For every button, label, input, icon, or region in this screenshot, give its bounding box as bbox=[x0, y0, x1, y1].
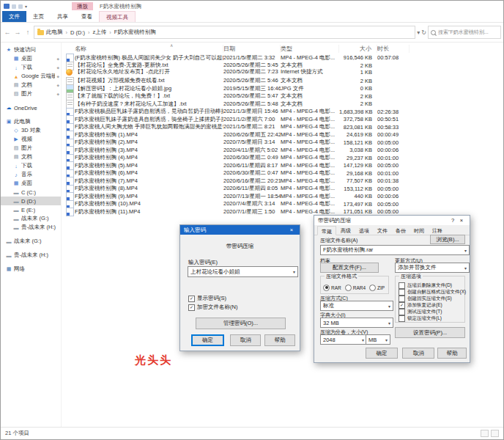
sidebar-item[interactable]: ▶视频 bbox=[1, 135, 61, 144]
file-row[interactable]: F奶水蜜桃极品巨乳妹子露奶自慰诱惑，晃动白皙奶子扭动棒抽插骚穴...2021/1… bbox=[62, 107, 503, 115]
dictionary-combo[interactable]: 32 MB ▾ bbox=[320, 318, 393, 328]
ribbon-tab-5[interactable]: 视频工具 bbox=[99, 11, 136, 22]
archive-tab-高级[interactable]: 高级 bbox=[337, 226, 355, 235]
column-header-size[interactable]: 大小 bbox=[339, 45, 377, 53]
manage-passwords-button[interactable]: 管理密码(O)... bbox=[196, 318, 286, 329]
ok-button[interactable]: 确定 bbox=[366, 348, 398, 359]
sort-ascending-icon[interactable]: ∧ bbox=[170, 43, 173, 48]
update-mode-combo[interactable]: 添加并替换文件 ▾ bbox=[395, 263, 470, 273]
cancel-button[interactable]: 取消 bbox=[402, 348, 434, 359]
breadcrumb-segment[interactable]: D (D:) bbox=[70, 29, 85, 36]
volume-unit-combo[interactable]: MB ▾ bbox=[366, 334, 390, 345]
file-row[interactable]: F奶水蜜桃特别胸 (5).MP42020/6/11/星期四 8:17MP4 - … bbox=[62, 161, 503, 169]
sidebar-item[interactable]: ♪音乐 bbox=[1, 170, 61, 179]
sidebar-item[interactable]: ★快速访问 bbox=[1, 45, 61, 54]
sidebar-item[interactable]: ▬贵-战未来 (H:) bbox=[1, 223, 61, 232]
qat-button-1[interactable] bbox=[12, 4, 16, 9]
sidebar-item[interactable]: ▬C (C:) bbox=[1, 188, 61, 197]
archive-tab-时间[interactable]: 时间 bbox=[410, 226, 428, 235]
help-button[interactable]: 帮助 bbox=[264, 334, 295, 346]
breadcrumb-segment[interactable]: F奶水蜜桃特别胸 bbox=[114, 29, 156, 36]
ribbon-tab-4[interactable]: 查看 bbox=[75, 11, 99, 22]
sidebar-item[interactable]: ▲Google 云端硬盘◆ bbox=[1, 72, 61, 81]
column-header-type[interactable]: 类型 bbox=[281, 45, 339, 53]
forward-icon[interactable]: → bbox=[13, 29, 22, 36]
up-icon[interactable]: ↑ bbox=[23, 29, 32, 36]
sidebar-item[interactable]: ◇3D 对象 bbox=[1, 126, 61, 135]
archive-name-combo[interactable]: F奶水蜜桃特别胸.rar ▾ bbox=[320, 245, 470, 255]
password-input[interactable]: 上村花论坛看小姐姐 ▾ bbox=[188, 266, 298, 277]
breadcrumb[interactable]: 此电脑›D (D:)›z上传›F奶水蜜桃特别胸 bbox=[34, 26, 415, 39]
file-row[interactable]: 【村花视频】万部视频免费在线看.txt2020/5/26/星期二 5:46文本文… bbox=[62, 76, 503, 84]
view-details-icon[interactable] bbox=[481, 430, 489, 437]
column-header-name[interactable]: 名称 bbox=[75, 45, 223, 53]
help-button[interactable]: 帮助 bbox=[437, 348, 467, 359]
sidebar-item[interactable]: ▬贵-战未来 (H:) bbox=[1, 251, 61, 260]
close-icon[interactable]: × bbox=[287, 227, 296, 233]
column-header-date[interactable]: 日期 bbox=[223, 45, 281, 53]
sidebar-item[interactable]: ☁OneDrive bbox=[1, 103, 61, 112]
cancel-button[interactable]: 取消 bbox=[230, 334, 261, 346]
refresh-icon[interactable]: ↻ bbox=[421, 29, 426, 36]
file-row[interactable]: F奶水蜜桃特别胸 (7).MP42020/6/16/星期二 20:21MP4 -… bbox=[62, 176, 503, 184]
sidebar-item[interactable]: ▬战未来 (G:) bbox=[1, 237, 61, 246]
sidebar-item[interactable]: ▬E (E:) bbox=[1, 205, 61, 214]
file-row[interactable]: F奶水蜜桃人间大胸尤物 手捧巨乳犹如两颗饱满甜美的蜜桃是让人看得...2021/… bbox=[62, 122, 503, 131]
archive-tab-注释[interactable]: 注释 bbox=[429, 226, 446, 235]
ribbon-tab-1[interactable]: 文件 bbox=[2, 11, 26, 22]
password-dialog-titlebar[interactable]: 输入密码 × bbox=[180, 225, 300, 235]
sidebar-item[interactable]: ↓下载◆ bbox=[1, 63, 61, 72]
file-row[interactable]: (F奶水蜜桃特别胸) 极品人间圆润美少女 奶子大到自己可以超自己奶...2021… bbox=[62, 53, 503, 61]
file-row[interactable]: F奶水蜜桃特别胸 (6).MP42020/6/30/星期二 0:47MP4 - … bbox=[62, 169, 503, 177]
file-row[interactable]: F奶水蜜桃特别胸 (10).MP42020/7/4/星期六 3:14MP4 - … bbox=[62, 199, 503, 208]
address-dropdown-icon[interactable]: ▾ bbox=[417, 29, 420, 36]
sidebar-item[interactable]: ▧图片 bbox=[1, 144, 61, 153]
format-radio-RAR[interactable]: RAR bbox=[323, 285, 341, 291]
file-row[interactable]: 【解压密码】：上村花论坛看小姐姐.jpg2019/5/15/星期三 16:46J… bbox=[62, 84, 503, 92]
file-row[interactable]: F奶水蜜桃特别胸 (8).MP42020/6/11/星期四 8:05MP4 - … bbox=[62, 184, 503, 192]
file-row[interactable]: F奶水蜜桃特别胸 (3).MP42020/4/11/星期六 5:02MP4 - … bbox=[62, 145, 503, 153]
sidebar-item[interactable]: ▤文档 bbox=[1, 153, 61, 161]
method-combo[interactable]: 标准 ▾ bbox=[320, 301, 393, 311]
volume-size-combo[interactable]: 2048 ▾ bbox=[320, 334, 367, 345]
sidebar-item[interactable]: ▬战未来 (G:) bbox=[1, 214, 61, 223]
option-checkbox-1[interactable]: 压缩后删除原文件(D) bbox=[399, 282, 463, 289]
view-thumbnails-icon[interactable] bbox=[491, 430, 499, 437]
option-checkbox-5[interactable]: 测试压缩文件(T) bbox=[399, 309, 463, 315]
checkbox-1[interactable]: ✓显示密码(S) bbox=[188, 295, 226, 302]
sidebar-item[interactable]: ↓下载 bbox=[1, 161, 61, 170]
archive-tab-选项[interactable]: 选项 bbox=[355, 226, 373, 235]
breadcrumb-segment[interactable]: 此电脑 bbox=[46, 29, 63, 36]
chevron-down-icon[interactable]: ▾ bbox=[388, 320, 390, 326]
file-row[interactable]: F奶水蜜桃特别胸 (2).MP42020/7/5/星期日 3:14MP4 - M… bbox=[62, 138, 503, 146]
archive-tab-文件[interactable]: 文件 bbox=[374, 226, 391, 235]
sidebar-item[interactable]: ▤文档◆ bbox=[1, 81, 61, 89]
sidebar-item[interactable]: ▣此电脑 bbox=[1, 117, 61, 126]
archive-tab-常规[interactable]: 常规 bbox=[317, 226, 336, 235]
chevron-down-icon[interactable]: ▾ bbox=[362, 337, 364, 342]
format-radio-ZIP[interactable]: ZIP bbox=[369, 285, 385, 291]
qat-button-2[interactable] bbox=[18, 4, 23, 9]
set-password-button[interactable]: 设置密码(P)... bbox=[395, 327, 465, 338]
checkbox-2[interactable]: ✓加密文件名称(N) bbox=[188, 304, 237, 311]
breadcrumb-segment[interactable]: z上传 bbox=[93, 29, 107, 36]
help-icon[interactable]: ? bbox=[448, 217, 457, 224]
option-checkbox-4[interactable]: ✓添加恢复记录(E) bbox=[399, 302, 463, 309]
browse-button[interactable]: 浏览(B)... bbox=[430, 235, 465, 244]
file-row[interactable]: 【来了就能下载的论坛，纯免费！】.txt2020/5/26/星期二 5:47文本… bbox=[62, 92, 503, 100]
file-row[interactable]: F奶水蜜桃巨乳妹子露奶道具自慰诱惑，骑坐椅子上揉搓奶子按摩震动...2021/1… bbox=[62, 114, 503, 122]
back-icon[interactable]: ← bbox=[3, 29, 12, 36]
chevron-down-icon[interactable]: ▾ bbox=[385, 337, 388, 342]
file-row[interactable]: 【有种子奶没速度？来村花论坛人工加速】.txt2020/5/26/星期二 5:4… bbox=[62, 99, 503, 107]
chevron-down-icon[interactable]: ▾ bbox=[464, 248, 467, 253]
sidebar-item[interactable]: ▦桌面 bbox=[1, 179, 61, 188]
column-header-length[interactable]: 时长 bbox=[377, 45, 410, 53]
profiles-button[interactable]: 配置文件(F)... bbox=[320, 263, 379, 273]
contextual-tab-play[interactable]: 播放 bbox=[72, 2, 93, 10]
sidebar-item[interactable]: ▦桌面◆ bbox=[1, 54, 61, 63]
chevron-down-icon[interactable]: ▾ bbox=[464, 265, 467, 271]
file-row[interactable]: 【村花论坛永久地址发布页】-点此打开2020/5/26/星期二 7:23Inte… bbox=[62, 68, 503, 76]
file-row[interactable]: F奶水蜜桃特别胸 (11).MP42020/7/1/星期三 1:50MP4 - … bbox=[62, 207, 503, 215]
file-row[interactable]: 【村花论坛】全免费-无套路-更新快.txt2020/5/26/星期二 5:45文… bbox=[62, 61, 503, 69]
option-checkbox-3[interactable]: 创建固实压缩文件(S) bbox=[399, 296, 463, 302]
